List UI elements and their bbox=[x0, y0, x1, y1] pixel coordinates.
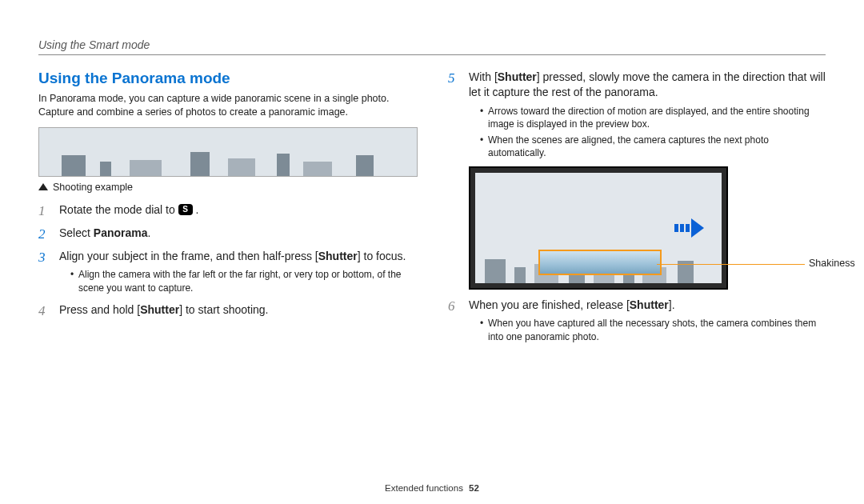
step-number: 2 bbox=[38, 226, 46, 244]
shooting-example-figure bbox=[38, 127, 418, 177]
step-4: 4 Press and hold [Shutter] to start shoo… bbox=[38, 302, 416, 318]
right-column: 5 With [Shutter] pressed, slowly move th… bbox=[448, 70, 826, 351]
steps-right: 5 With [Shutter] pressed, slowly move th… bbox=[448, 70, 826, 343]
step-number: 5 bbox=[448, 70, 455, 88]
step-text: Press and hold [ bbox=[59, 303, 140, 316]
running-head: Using the Smart mode bbox=[38, 38, 826, 51]
step-number: 1 bbox=[38, 202, 46, 221]
skyline bbox=[39, 149, 417, 176]
step-5-sub: Arrows toward the direction of motion ar… bbox=[469, 105, 826, 160]
step-2: 2 Select Panorama. bbox=[38, 226, 416, 241]
step-text: When you are finished, release [ bbox=[469, 298, 630, 311]
step-text: Rotate the mode dial to bbox=[59, 203, 178, 216]
sub-bullet: Align the camera with the far left or th… bbox=[70, 268, 416, 294]
page-number: 52 bbox=[469, 483, 479, 493]
manual-page: Using the Smart mode Using the Panorama … bbox=[0, 0, 864, 504]
caption-text: Shooting example bbox=[53, 182, 133, 193]
direction-arrow-icon bbox=[674, 218, 704, 238]
section-title: Using the Panorama mode bbox=[38, 70, 416, 87]
header-rule bbox=[38, 54, 826, 55]
step-text: Select bbox=[59, 226, 94, 239]
step-number: 3 bbox=[38, 249, 46, 267]
step-number: 6 bbox=[448, 298, 455, 316]
sub-bullet: When you have captured all the necessary… bbox=[480, 317, 826, 342]
step-5: 5 With [Shutter] pressed, slowly move th… bbox=[448, 70, 826, 290]
callout-line bbox=[657, 264, 805, 265]
mode-dial-s-icon: S bbox=[178, 204, 193, 215]
preview-box bbox=[538, 250, 662, 275]
intro-paragraph: In Panorama mode, you can capture a wide… bbox=[38, 92, 416, 119]
step-text: Align your subject in the frame, and the… bbox=[59, 250, 318, 262]
sub-bullet: When the scenes are aligned, the camera … bbox=[480, 134, 826, 159]
camera-preview-figure bbox=[469, 166, 728, 290]
two-column-layout: Using the Panorama mode In Panorama mode… bbox=[38, 70, 826, 351]
step-6-sub: When you have captured all the necessary… bbox=[469, 317, 826, 342]
step-1: 1 Rotate the mode dial to S . bbox=[38, 202, 416, 218]
step-text: With [ bbox=[469, 70, 498, 83]
step-3-sub: Align the camera with the far left or th… bbox=[59, 268, 416, 294]
shakiness-label: Shakiness bbox=[809, 257, 855, 270]
page-footer: Extended functions 52 bbox=[0, 483, 864, 493]
step-6: 6 When you are finished, release [Shutte… bbox=[448, 298, 826, 343]
steps-left: 1 Rotate the mode dial to S . 2 Select P… bbox=[38, 202, 416, 318]
caret-up-icon bbox=[38, 183, 48, 190]
sub-bullet: Arrows toward the direction of motion ar… bbox=[480, 105, 826, 130]
step-number: 4 bbox=[38, 302, 46, 321]
preview-figure-wrap: Shakiness bbox=[469, 166, 826, 290]
step-3: 3 Align your subject in the frame, and t… bbox=[38, 249, 416, 294]
footer-section: Extended functions bbox=[385, 483, 463, 493]
figure-caption: Shooting example bbox=[38, 182, 416, 193]
left-column: Using the Panorama mode In Panorama mode… bbox=[38, 70, 416, 351]
